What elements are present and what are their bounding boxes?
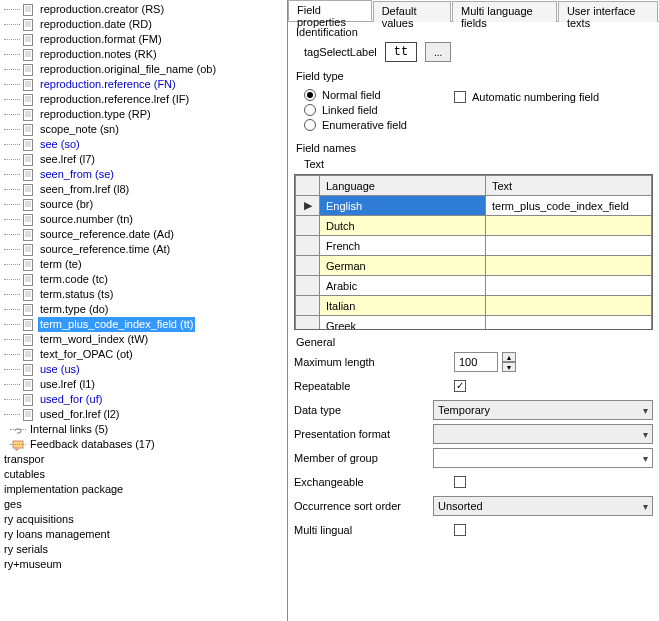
tree-item[interactable]: term.code (tc) — [0, 272, 287, 287]
svg-rect-76 — [24, 289, 33, 300]
fieldtype-radio[interactable]: Normal field — [304, 89, 454, 101]
tree-item[interactable]: source (br) — [0, 197, 287, 212]
tree-item[interactable]: text_for_OPAC (ot) — [0, 347, 287, 362]
tree-item[interactable]: reproduction.date (RD) — [0, 17, 287, 32]
table-row[interactable]: French — [296, 236, 652, 256]
tree-item[interactable]: Feedback databases (17) — [0, 437, 287, 452]
tree-item[interactable]: seen_from.lref (l8) — [0, 182, 287, 197]
tree-item-label: reproduction.type (RP) — [38, 107, 153, 122]
lang-cell[interactable]: German — [320, 256, 486, 276]
lang-cell[interactable]: English — [320, 196, 486, 216]
text-cell[interactable] — [486, 296, 652, 316]
table-row[interactable]: ▶Englishterm_plus_code_index_field — [296, 196, 652, 216]
tree-item[interactable]: term_plus_code_index_field (tt) — [0, 317, 287, 332]
text-cell[interactable] — [486, 256, 652, 276]
lang-cell[interactable]: Greek — [320, 316, 486, 331]
tab[interactable]: User interface texts — [558, 1, 658, 22]
svg-rect-0 — [24, 4, 33, 15]
tree-root-item[interactable]: ry+museum — [0, 557, 287, 572]
tree-item-label: reproduction.date (RD) — [38, 17, 154, 32]
tree-item-label: scope_note (sn) — [38, 122, 121, 137]
tree-root-item[interactable]: ges — [0, 497, 287, 512]
tree-item-label: used_for (uf) — [38, 392, 104, 407]
repeatable-check[interactable]: ✓ — [454, 380, 466, 392]
table-row[interactable]: German — [296, 256, 652, 276]
tree-item[interactable]: reproduction.type (RP) — [0, 107, 287, 122]
tree-root-item[interactable]: ry serials — [0, 542, 287, 557]
svg-rect-108 — [24, 409, 33, 420]
tree-root-item[interactable]: cutables — [0, 467, 287, 482]
row-marker — [296, 316, 320, 331]
lang-cell[interactable]: Dutch — [320, 216, 486, 236]
tree-item[interactable]: term.type (do) — [0, 302, 287, 317]
tree-item[interactable]: term_word_index (tW) — [0, 332, 287, 347]
sort-select[interactable]: Unsorted ▾ — [433, 496, 653, 516]
tree-item[interactable]: reproduction.notes (RK) — [0, 47, 287, 62]
tree-item[interactable]: reproduction.original_file_name (ob) — [0, 62, 287, 77]
tree-root-item[interactable]: ry acquisitions — [0, 512, 287, 527]
text-cell[interactable] — [486, 316, 652, 331]
fieldtype-radio[interactable]: Enumerative field — [304, 119, 454, 131]
tree-item[interactable]: source_reference.time (At) — [0, 242, 287, 257]
fieldtype-radio[interactable]: Linked field — [304, 104, 454, 116]
tree-item-label: reproduction.reference.lref (IF) — [38, 92, 191, 107]
tree-item[interactable]: used_for (uf) — [0, 392, 287, 407]
exchangeable-check[interactable] — [454, 476, 466, 488]
tree-item[interactable]: reproduction.creator (RS) — [0, 2, 287, 17]
lang-cell[interactable]: Italian — [320, 296, 486, 316]
repeatable-label: Repeatable — [294, 380, 454, 392]
tree-item[interactable]: see (so) — [0, 137, 287, 152]
tree-item-label: implementation package — [2, 482, 125, 497]
tree-item[interactable]: used_for.lref (l2) — [0, 407, 287, 422]
tab[interactable]: Field properties — [288, 0, 372, 21]
tree-item[interactable]: see.lref (l7) — [0, 152, 287, 167]
tree-item[interactable]: Internal links (5) — [0, 422, 287, 437]
tree-item[interactable]: use.lref (l1) — [0, 377, 287, 392]
table-row[interactable]: Italian — [296, 296, 652, 316]
maxlen-input[interactable] — [454, 352, 498, 372]
maxlen-spinner[interactable]: ▲ ▼ — [502, 352, 516, 372]
document-icon — [22, 244, 34, 256]
spinner-up-icon[interactable]: ▲ — [502, 352, 516, 362]
tag-browse-button[interactable]: ... — [425, 42, 451, 62]
table-row[interactable]: Greek — [296, 316, 652, 331]
table-row[interactable]: Arabic — [296, 276, 652, 296]
text-cell[interactable]: term_plus_code_index_field — [486, 196, 652, 216]
tree-root-item[interactable]: ry loans management — [0, 527, 287, 542]
chevron-down-icon: ▾ — [643, 429, 648, 440]
tree-item[interactable]: source_reference.date (Ad) — [0, 227, 287, 242]
tree-item[interactable]: scope_note (sn) — [0, 122, 287, 137]
tree-root-item[interactable]: transpor — [0, 452, 287, 467]
tree-item[interactable]: use (us) — [0, 362, 287, 377]
lang-cell[interactable]: French — [320, 236, 486, 256]
auto-numbering-check[interactable]: Automatic numbering field — [454, 91, 599, 103]
tree-item[interactable]: term (te) — [0, 257, 287, 272]
table-header: Text — [486, 176, 652, 196]
tree-item[interactable]: reproduction.format (FM) — [0, 32, 287, 47]
tree-item-label: term_plus_code_index_field (tt) — [38, 317, 195, 332]
tree-item[interactable]: reproduction.reference (FN) — [0, 77, 287, 92]
svg-rect-16 — [24, 64, 33, 75]
fieldnames-table[interactable]: LanguageText▶Englishterm_plus_code_index… — [294, 174, 653, 330]
tree-item[interactable]: reproduction.reference.lref (IF) — [0, 92, 287, 107]
tree-item[interactable]: term.status (ts) — [0, 287, 287, 302]
tab[interactable]: Default values — [373, 1, 451, 22]
text-cell[interactable] — [486, 236, 652, 256]
multilingual-check[interactable] — [454, 524, 466, 536]
tree-root-item[interactable]: implementation package — [0, 482, 287, 497]
tree-item-label: source_reference.date (Ad) — [38, 227, 176, 242]
text-cell[interactable] — [486, 216, 652, 236]
document-icon — [22, 334, 34, 346]
text-cell[interactable] — [486, 276, 652, 296]
document-icon — [22, 169, 34, 181]
table-row[interactable]: Dutch — [296, 216, 652, 236]
lang-cell[interactable]: Arabic — [320, 276, 486, 296]
tab[interactable]: Multi language fields — [452, 1, 557, 22]
svg-rect-100 — [24, 379, 33, 390]
member-select[interactable]: ▾ — [433, 448, 653, 468]
tree-item[interactable]: seen_from (se) — [0, 167, 287, 182]
pformat-select[interactable]: ▾ — [433, 424, 653, 444]
spinner-down-icon[interactable]: ▼ — [502, 362, 516, 372]
datatype-select[interactable]: Temporary ▾ — [433, 400, 653, 420]
tree-item[interactable]: source.number (tn) — [0, 212, 287, 227]
